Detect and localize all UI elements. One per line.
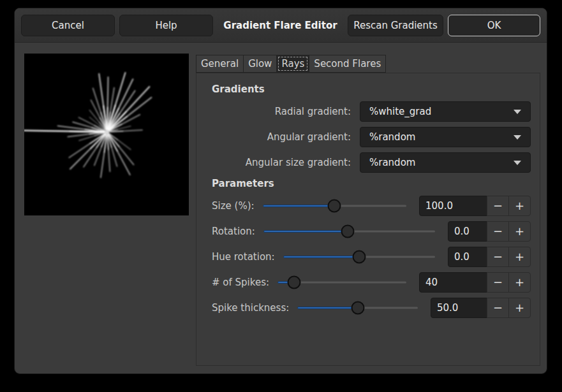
- tab-second-flares[interactable]: Second Flares: [309, 55, 386, 73]
- size-value-field[interactable]: 100.0: [419, 196, 487, 216]
- hue-rotation-increment-button[interactable]: +: [508, 247, 531, 267]
- cancel-button[interactable]: Cancel: [21, 15, 115, 36]
- gradient-flare-editor-dialog: Cancel Help Gradient Flare Editor Rescan…: [14, 8, 547, 374]
- spike-thickness-row: Spike thickness: 50.0 − +: [212, 298, 531, 318]
- slider-thumb[interactable]: [328, 200, 341, 213]
- hue-rotation-decrement-button[interactable]: −: [487, 247, 509, 267]
- angular-gradient-row: Angular gradient: %random: [212, 127, 531, 147]
- spike-thickness-label: Spike thickness:: [212, 302, 289, 314]
- angular-size-gradient-label: Angular size gradient:: [212, 157, 351, 168]
- parameters-heading: Parameters: [212, 178, 540, 189]
- rotation-slider[interactable]: [263, 221, 435, 242]
- rotation-label: Rotation:: [212, 226, 255, 237]
- rescan-gradients-button[interactable]: Rescan Gradients: [348, 15, 443, 36]
- hue-rotation-row: Hue rotation: 0.0 − +: [212, 247, 531, 267]
- settings-notebook: General Glow Rays Second Flares Gradient…: [196, 55, 540, 366]
- size-spinbox: 100.0 − +: [419, 196, 531, 216]
- slider-fill: [263, 230, 348, 233]
- radial-gradient-row: Radial gradient: %white_grad: [212, 101, 531, 122]
- size-slider[interactable]: [263, 196, 406, 216]
- radial-gradient-label: Radial gradient:: [212, 106, 351, 117]
- screen: Cancel Help Gradient Flare Editor Rescan…: [0, 0, 562, 392]
- spikes-count-spinbox: 40 − +: [419, 272, 531, 293]
- hue-rotation-value-field[interactable]: 0.0: [448, 247, 487, 267]
- tab-rays[interactable]: Rays: [276, 55, 309, 73]
- spike-thickness-decrement-button[interactable]: −: [487, 298, 509, 318]
- radial-gradient-select[interactable]: %white_grad: [360, 101, 531, 122]
- rotation-spinbox: 0.0 − +: [448, 221, 531, 242]
- spikes-count-row: # of Spikes: 40 − +: [212, 272, 531, 293]
- spike-thickness-spinbox: 50.0 − +: [431, 298, 531, 318]
- tab-glow[interactable]: Glow: [243, 55, 277, 73]
- spike-thickness-slider[interactable]: [297, 298, 418, 318]
- gradients-heading: Gradients: [212, 83, 540, 95]
- flare-preview-image: [24, 54, 189, 215]
- dialog-headerbar: Cancel Help Gradient Flare Editor Rescan…: [15, 8, 547, 43]
- slider-thumb[interactable]: [351, 301, 364, 315]
- dialog-title: Gradient Flare Editor: [218, 20, 343, 31]
- slider-thumb[interactable]: [341, 225, 354, 238]
- angular-gradient-label: Angular gradient:: [212, 131, 351, 143]
- help-button[interactable]: Help: [119, 15, 213, 36]
- angular-size-gradient-value: %random: [369, 157, 514, 168]
- angular-gradient-value: %random: [369, 131, 514, 143]
- dialog-body: General Glow Rays Second Flares Gradient…: [15, 43, 547, 374]
- rotation-value-field[interactable]: 0.0: [448, 221, 487, 242]
- ok-button[interactable]: OK: [448, 15, 540, 36]
- rotation-increment-button[interactable]: +: [508, 221, 531, 242]
- rays-tab-page: Gradients Radial gradient: %white_grad A…: [196, 73, 540, 366]
- spikes-count-label: # of Spikes:: [212, 277, 269, 288]
- size-label: Size (%):: [212, 200, 255, 212]
- spikes-count-value-field[interactable]: 40: [419, 272, 487, 293]
- size-row: Size (%): 100.0 − +: [212, 196, 531, 216]
- spikes-count-increment-button[interactable]: +: [508, 272, 531, 293]
- size-increment-button[interactable]: +: [508, 196, 531, 216]
- spike-thickness-value-field[interactable]: 50.0: [431, 298, 487, 318]
- slider-fill: [263, 205, 335, 207]
- tab-bar: General Glow Rays Second Flares: [196, 55, 540, 73]
- spike-thickness-increment-button[interactable]: +: [508, 298, 531, 318]
- radial-gradient-value: %white_grad: [369, 106, 514, 117]
- rotation-row: Rotation: 0.0 − +: [212, 221, 531, 242]
- slider-thumb[interactable]: [288, 276, 301, 289]
- spikes-count-decrement-button[interactable]: −: [487, 272, 509, 293]
- tab-general[interactable]: General: [196, 55, 244, 73]
- chevron-down-icon: [514, 161, 521, 165]
- angular-gradient-select[interactable]: %random: [360, 127, 531, 147]
- angular-size-gradient-select[interactable]: %random: [360, 152, 531, 173]
- slider-fill: [297, 307, 357, 309]
- size-decrement-button[interactable]: −: [487, 196, 509, 216]
- angular-size-gradient-row: Angular size gradient: %random: [212, 152, 531, 173]
- slider-thumb[interactable]: [352, 250, 366, 264]
- spikes-count-slider[interactable]: [277, 272, 406, 293]
- hue-rotation-slider[interactable]: [283, 247, 435, 267]
- flare-preview[interactable]: [24, 54, 189, 215]
- hue-rotation-spinbox: 0.0 − +: [448, 247, 531, 267]
- hue-rotation-label: Hue rotation:: [212, 251, 275, 263]
- chevron-down-icon: [514, 110, 521, 114]
- chevron-down-icon: [514, 135, 521, 140]
- slider-fill: [283, 256, 359, 258]
- rotation-decrement-button[interactable]: −: [487, 221, 509, 242]
